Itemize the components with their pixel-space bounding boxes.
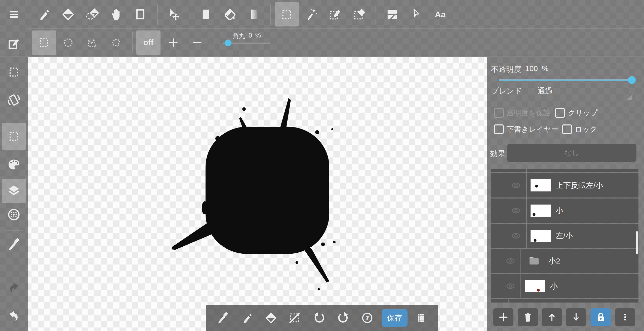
selection-subtract-button[interactable] xyxy=(185,30,209,55)
opacity-label: 不透明度 xyxy=(491,64,521,75)
layer-row[interactable]: 上下反転左/小 xyxy=(491,173,638,197)
blend-row: ブレンド 通過 xyxy=(491,86,553,96)
layer-name: 小 xyxy=(556,206,563,216)
kebab-menu-icon xyxy=(620,312,631,323)
polygon-marquee-button[interactable] xyxy=(80,30,104,55)
protect-alpha-label: 透明度を保護 xyxy=(507,108,551,118)
lasso-marquee-button[interactable] xyxy=(104,30,128,55)
rectangle-tool-button[interactable] xyxy=(128,2,152,26)
layer-content-cell xyxy=(527,169,638,172)
layer-content-cell[interactable]: 小 xyxy=(521,274,638,298)
eraser-icon xyxy=(265,312,277,324)
layer-row[interactable]: 小 xyxy=(491,198,638,223)
layer-visibility-toggle[interactable] xyxy=(491,249,520,273)
sidebar-material-button[interactable] xyxy=(2,203,26,227)
layer-thumbnail-dot xyxy=(535,185,538,187)
sidebar-redo-button[interactable] xyxy=(2,275,26,299)
layer-visibility-toggle[interactable] xyxy=(491,198,526,223)
layer-menu-button[interactable] xyxy=(615,308,635,326)
blend-dropdown-triangle-icon[interactable] xyxy=(627,94,632,100)
bottom-eraser-button[interactable] xyxy=(260,307,282,329)
sidebar-undo-button[interactable] xyxy=(2,303,26,327)
select-pen-icon xyxy=(328,7,342,21)
pen-tool-button[interactable] xyxy=(32,2,56,26)
bucket-fill-tool-button[interactable] xyxy=(218,2,242,26)
layer-row-partial[interactable] xyxy=(491,169,638,172)
rect-select-tool-button[interactable] xyxy=(275,2,299,26)
layer-visibility-toggle[interactable] xyxy=(491,274,520,298)
bottom-pen-button[interactable] xyxy=(236,307,258,329)
tool-group-divider xyxy=(190,4,190,25)
move-layer-up-button[interactable] xyxy=(542,308,562,326)
magic-wand-tool-button[interactable] xyxy=(299,2,324,26)
eyedropper-icon xyxy=(7,238,21,251)
eraser-icon xyxy=(61,8,75,21)
fill-rectangle-tool-button[interactable] xyxy=(194,2,218,26)
blend-value[interactable]: 通過 xyxy=(538,86,553,96)
corner-radius-slider-knob[interactable] xyxy=(225,40,231,46)
magic-wand-icon xyxy=(304,7,318,21)
help-button[interactable]: ? xyxy=(356,307,379,329)
gradient-tool-button[interactable] xyxy=(242,2,266,26)
sidebar-transform-button[interactable] xyxy=(2,88,26,112)
canvas-drawing[interactable] xyxy=(28,57,487,331)
selection-add-button[interactable] xyxy=(161,30,185,55)
lasso-eraser-tool-button[interactable] xyxy=(80,2,104,26)
delete-layer-button[interactable] xyxy=(518,308,538,326)
opacity-slider-knob[interactable] xyxy=(628,76,636,84)
sidebar-layers-button[interactable] xyxy=(2,179,26,203)
lock-checkbox[interactable] xyxy=(562,124,572,134)
text-tool-button[interactable]: Aa xyxy=(428,2,452,26)
protect-alpha-checkbox[interactable] xyxy=(494,108,504,118)
layer-thumbnail-dot xyxy=(534,239,536,242)
layer-list-scrollbar[interactable] xyxy=(636,231,638,254)
layer-thumbnail-dot xyxy=(533,213,535,216)
menu-button[interactable] xyxy=(2,2,26,26)
sidebar-eyedropper-button[interactable] xyxy=(2,232,26,256)
layer-row[interactable]: 左/小 xyxy=(491,224,638,248)
layer-content-cell xyxy=(509,299,638,303)
eraser-tool-button[interactable] xyxy=(56,2,80,26)
sidebar-divider-line xyxy=(28,16,28,56)
lock-layer-button[interactable] xyxy=(591,308,611,326)
save-button[interactable]: 保存 xyxy=(382,309,408,327)
bottom-eyedropper-button[interactable] xyxy=(212,307,234,329)
layer-content-cell[interactable]: 左/小 xyxy=(527,224,638,248)
deselect-button[interactable] xyxy=(283,307,306,329)
plus-icon xyxy=(497,311,509,323)
opacity-slider[interactable] xyxy=(499,79,632,81)
layer-visibility-toggle[interactable] xyxy=(491,173,526,197)
layer-visibility-toggle[interactable] xyxy=(491,224,526,248)
split-canvas-tool-button[interactable] xyxy=(380,2,404,26)
layer-content-cell[interactable]: 上下反転左/小 xyxy=(527,173,638,197)
draft-layer-label: 下書きレイヤー xyxy=(507,124,558,134)
sidebar-select-button[interactable] xyxy=(2,60,26,84)
rotate-ccw-button[interactable] xyxy=(308,307,331,329)
layer-row-partial[interactable] xyxy=(491,299,638,303)
layer-content-cell[interactable]: 小 xyxy=(527,198,638,223)
off-label: off xyxy=(143,38,153,47)
rectangle-marquee-button[interactable] xyxy=(32,30,56,55)
sidebar-palette-button[interactable] xyxy=(2,152,26,177)
layer-row[interactable]: 小 xyxy=(491,274,638,298)
rotate-cw-button[interactable] xyxy=(332,307,354,329)
select-pen-tool-button[interactable] xyxy=(323,2,347,26)
move-tool-button[interactable] xyxy=(161,2,185,26)
ellipse-marquee-button[interactable] xyxy=(56,30,80,55)
move-layer-down-button[interactable] xyxy=(566,308,586,326)
draft-layer-checkbox[interactable] xyxy=(494,124,504,134)
selection-off-button[interactable]: off xyxy=(136,30,160,55)
layer-row[interactable]: 小2 xyxy=(491,249,638,273)
cursor-tool-button[interactable] xyxy=(404,2,428,26)
select-eraser-tool-button[interactable] xyxy=(347,2,372,26)
clip-checkbox[interactable] xyxy=(555,108,565,118)
lasso-marquee-icon xyxy=(110,36,123,49)
eyedropper-icon xyxy=(217,312,229,324)
sidebar-edit-canvas-button[interactable] xyxy=(2,32,26,56)
add-layer-button[interactable] xyxy=(493,308,513,326)
grid-view-button[interactable] xyxy=(410,307,432,329)
layer-content-cell[interactable]: 小2 xyxy=(521,249,638,273)
hand-tool-button[interactable] xyxy=(103,2,128,26)
sidebar-marquee-select-button[interactable] xyxy=(2,123,26,150)
effect-dropdown-button[interactable]: なし xyxy=(507,144,636,162)
